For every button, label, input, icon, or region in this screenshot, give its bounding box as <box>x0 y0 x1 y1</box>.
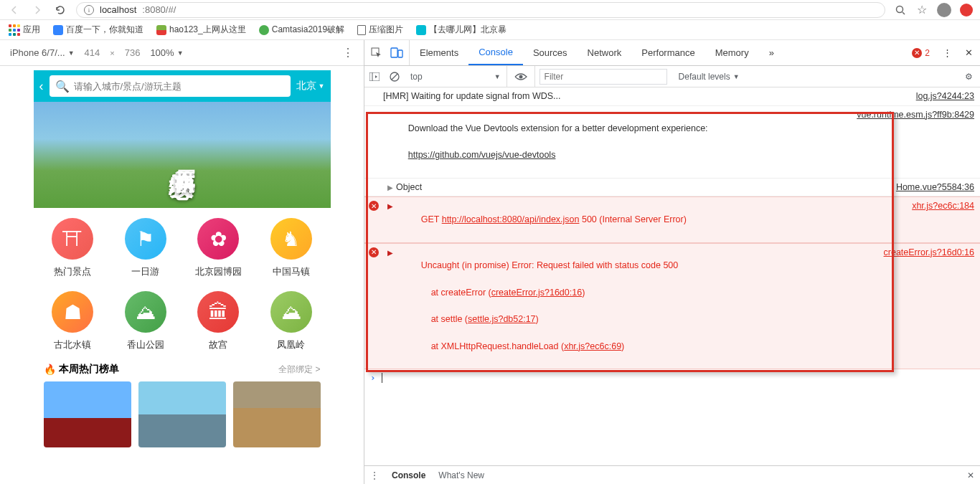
zoom-select[interactable]: 100%▼ <box>150 47 183 58</box>
prompt-icon: › <box>370 372 376 383</box>
close-devtools[interactable]: ✕ <box>958 40 980 65</box>
category-item[interactable]: ♞中国马镇 <box>255 218 328 278</box>
tab-console[interactable]: Console <box>468 40 523 65</box>
log-levels-select[interactable]: Default levels▼ <box>672 72 747 82</box>
category-icon: ⚑ <box>125 218 166 260</box>
stack-link[interactable]: settle.js?db52:17 <box>468 314 536 324</box>
console-body[interactable]: [HMR] Waiting for update signal from WDS… <box>364 87 980 465</box>
drawer-tab-console[interactable]: Console <box>392 470 425 480</box>
bookmark-qunar[interactable]: 【去哪儿网】北京暴 <box>416 24 507 36</box>
error-badge[interactable]: ✕2 <box>905 48 937 58</box>
thumbnail-item[interactable] <box>233 381 321 447</box>
source-link[interactable]: xhr.js?ec6c:184 <box>905 199 974 239</box>
profile-avatar[interactable] <box>937 3 951 17</box>
tab-sources[interactable]: Sources <box>523 40 578 65</box>
extension-icon[interactable] <box>960 4 973 16</box>
drawer-tab-whatsnew[interactable]: What's New <box>438 470 484 480</box>
devtools-link[interactable]: https://github.com/vuejs/vue-devtools <box>408 150 556 160</box>
console-settings-icon[interactable]: ⚙ <box>958 72 980 82</box>
category-item[interactable]: ☗古北水镇 <box>37 291 110 351</box>
back-icon[interactable]: ‹ <box>39 79 44 94</box>
hero-banner[interactable]: 抗盖草原 心灵牧场 抖石南棋 <box>34 102 331 208</box>
hero-title: 抗盖草原 心灵牧场 抖石南棋 <box>166 153 199 156</box>
expand-icon[interactable]: ▶ <box>387 201 393 212</box>
inspect-icon[interactable] <box>370 47 383 60</box>
device-toggle-icon[interactable] <box>390 47 403 60</box>
category-item[interactable]: ⛰香山公园 <box>109 291 182 351</box>
bookmark-camtasia[interactable]: Camtasia2019破解 <box>259 24 344 36</box>
category-item[interactable]: 🏛故宫 <box>182 291 255 351</box>
drawer-close-icon[interactable]: ✕ <box>967 470 974 480</box>
category-item[interactable]: ⛩热门景点 <box>37 218 110 278</box>
more-link[interactable]: 全部绑定 > <box>278 364 320 376</box>
expand-icon[interactable]: ▶ <box>387 182 393 193</box>
device-viewport[interactable]: ‹ 🔍 北京▼ 抗盖草原 心灵牧场 抖石南棋 ⛩热 <box>0 66 364 484</box>
site-info-icon[interactable]: i <box>84 5 94 15</box>
section-header: 🔥本周热门榜单 全部绑定 > <box>34 354 331 381</box>
sidebar-toggle-icon[interactable] <box>364 72 385 81</box>
bookmark-hao123[interactable]: hao123_上网从这里 <box>156 24 246 36</box>
favicon-qunar <box>416 25 426 35</box>
source-link[interactable]: Home.vue?5584:36 <box>889 181 974 194</box>
chevron-down-icon: ▼ <box>319 82 325 90</box>
category-label: 香山公园 <box>127 338 164 351</box>
forward-button[interactable] <box>30 3 44 17</box>
console-message: Download the Vue Devtools extension for … <box>364 106 980 179</box>
address-bar[interactable]: i localhost:8080/#/ <box>76 2 885 18</box>
star-icon[interactable]: ☆ <box>915 4 928 16</box>
source-link[interactable]: log.js?4244:23 <box>909 90 974 103</box>
favicon-baidu <box>53 25 63 35</box>
context-select[interactable]: top▼ <box>405 66 507 87</box>
search-input[interactable] <box>74 81 285 92</box>
device-width[interactable]: 414 <box>85 47 100 58</box>
back-button[interactable] <box>7 3 22 17</box>
device-menu-button[interactable]: ⋮ <box>342 47 354 59</box>
category-item[interactable]: ⚑一日游 <box>109 218 182 278</box>
tab-performance[interactable]: Performance <box>631 40 705 65</box>
source-link[interactable]: createError.js?16d0:16 <box>877 246 974 367</box>
filter-input[interactable] <box>540 69 667 85</box>
url-rest: :8080/#/ <box>142 4 176 15</box>
expand-icon[interactable]: ▶ <box>387 247 393 258</box>
device-height[interactable]: 736 <box>125 47 141 58</box>
tab-elements[interactable]: Elements <box>410 40 468 65</box>
clear-console-icon[interactable] <box>385 72 405 82</box>
stack-link[interactable]: xhr.js?ec6c:69 <box>564 341 621 351</box>
apps-button[interactable]: 应用 <box>9 24 40 36</box>
console-prompt[interactable]: › <box>364 369 980 386</box>
drawer-menu-icon[interactable]: ⋮ <box>370 470 379 480</box>
tabs-overflow[interactable]: » <box>759 40 784 65</box>
search-icon[interactable] <box>894 4 907 16</box>
tab-network[interactable]: Network <box>578 40 632 65</box>
devtools-menu[interactable]: ⋮ <box>937 40 958 65</box>
tab-memory[interactable]: Memory <box>705 40 759 65</box>
category-icon: ⛰ <box>125 291 166 333</box>
thumbnail-item[interactable] <box>138 381 226 447</box>
category-grid: ⛩热门景点⚑一日游✿北京园博园♞中国马镇☗古北水镇⛰香山公园🏛故宫⛰凤凰岭 <box>34 208 331 354</box>
search-input-wrap[interactable]: 🔍 <box>50 75 291 97</box>
city-select[interactable]: 北京▼ <box>296 80 325 92</box>
reload-button[interactable] <box>53 3 67 17</box>
category-item[interactable]: ⛰凤凰岭 <box>255 291 328 351</box>
devtools-tabs: Elements Console Sources Network Perform… <box>364 40 980 66</box>
bookmark-compress[interactable]: 压缩图片 <box>357 24 403 36</box>
svg-rect-4 <box>398 50 402 57</box>
dimension-separator: × <box>110 49 114 57</box>
bookmarks-bar: 应用 百度一下，你就知道 hao123_上网从这里 Camtasia2019破解… <box>0 20 980 40</box>
stack-link[interactable]: createError.js?16d0:16 <box>491 288 582 298</box>
fire-icon: 🔥 <box>44 364 56 375</box>
source-link[interactable]: vue.runtime.esm.js?ff9b:8429 <box>849 108 974 176</box>
category-label: 故宫 <box>209 338 227 351</box>
favicon-camtasia <box>259 25 269 35</box>
device-select[interactable]: iPhone 6/7/...▼ <box>10 47 75 58</box>
request-url[interactable]: http://localhost:8080/api/index.json <box>442 214 580 224</box>
live-expression-icon[interactable] <box>507 66 535 87</box>
favicon-doc <box>357 25 366 35</box>
bookmark-baidu[interactable]: 百度一下，你就知道 <box>53 24 143 36</box>
category-item[interactable]: ✿北京园博园 <box>182 218 255 278</box>
category-icon: ⛩ <box>52 218 93 260</box>
search-icon: 🔍 <box>55 80 70 93</box>
browser-toolbar: i localhost:8080/#/ ☆ <box>0 0 980 20</box>
favicon-hao123 <box>156 25 166 35</box>
thumbnail-item[interactable] <box>44 381 131 447</box>
